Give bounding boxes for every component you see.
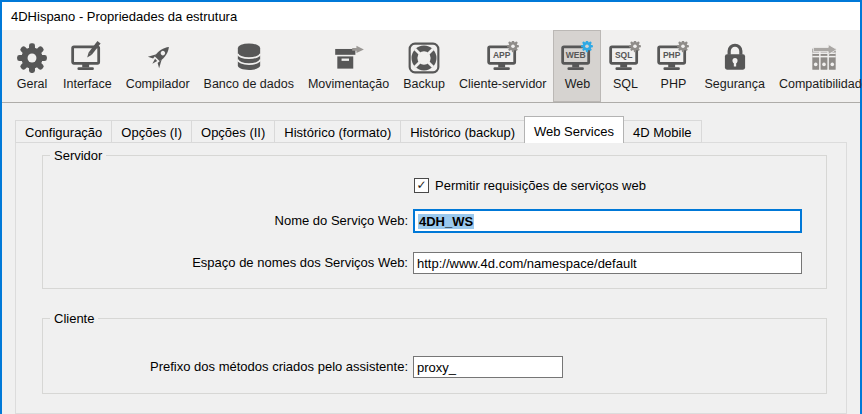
- monitor-pencil-icon: [70, 41, 104, 75]
- allow-web-service-requests-checkbox[interactable]: ✓: [414, 178, 429, 193]
- wizard-method-prefix-input[interactable]: proxy_: [413, 356, 563, 378]
- toolbar-item-banco-de-dados[interactable]: Banco de dados: [197, 30, 301, 102]
- toolbar-item-movimentacao[interactable]: Movimentação: [301, 30, 396, 102]
- toolbar-item-sql[interactable]: SQL SQL: [601, 30, 649, 102]
- input-text: proxy_: [417, 360, 456, 375]
- padlock-icon: [718, 41, 752, 75]
- client-groupbox-title: Cliente: [50, 311, 98, 326]
- toolbar-item-label: SQL: [613, 77, 638, 91]
- toolbar-item-backup[interactable]: Backup: [396, 30, 452, 102]
- toolbar-item-label: Compilador: [126, 77, 190, 91]
- web-service-name-input[interactable]: 4DH_WS: [413, 209, 802, 233]
- php-icon: PHP: [656, 41, 690, 75]
- tab-web-services[interactable]: Web Services: [524, 116, 624, 143]
- toolbar-item-web[interactable]: WEB Web: [553, 30, 601, 102]
- toolbar-item-interface[interactable]: Interface: [56, 30, 119, 102]
- tab-opcoes-1[interactable]: Opções (I): [111, 120, 192, 143]
- toolbar-item-label: PHP: [661, 77, 687, 91]
- database-icon: [232, 41, 266, 75]
- server-groupbox-title: Servidor: [50, 148, 106, 163]
- tab-historico-formato[interactable]: Histórico (formato): [274, 120, 401, 143]
- toolbar-item-label: Movimentação: [308, 77, 389, 91]
- sql-icon: SQL: [608, 41, 642, 75]
- svg-text:APP: APP: [493, 50, 511, 60]
- settings-tab-bar: Configuração Opções (I) Opções (II) Hist…: [15, 116, 701, 143]
- tab-opcoes-2[interactable]: Opções (II): [191, 120, 275, 143]
- toolbar-item-label: Interface: [63, 77, 112, 91]
- toolbar-item-label: Segurança: [704, 77, 764, 91]
- toolbar-item-label: Backup: [403, 77, 445, 91]
- svg-text:WEB: WEB: [566, 50, 586, 60]
- wizard-method-prefix-label: Prefixo dos métodos criados pelo assiste…: [42, 359, 408, 374]
- toolbar-item-cliente-servidor[interactable]: APP Cliente-servidor: [452, 30, 554, 102]
- toolbar-item-label: Banco de dados: [204, 77, 294, 91]
- toolbar-item-compatibilidade[interactable]: Compatibilidade: [772, 30, 862, 102]
- svg-text:PHP: PHP: [663, 50, 681, 60]
- input-text: http://www.4d.com/namespace/default: [417, 256, 637, 271]
- web-service-name-label: Nome do Serviço Web:: [42, 213, 408, 228]
- lifebuoy-icon: [407, 41, 441, 75]
- toolbar-item-label: Geral: [17, 77, 48, 91]
- web-services-namespace-label: Espaço de nomes dos Serviços Web:: [42, 255, 408, 270]
- gear-icon: [15, 41, 49, 75]
- selected-input-text: 4DH_WS: [418, 214, 474, 229]
- toolbar-item-label: Web: [565, 77, 590, 91]
- allow-web-service-requests-row: ✓ Permitir requisições de serviços web: [414, 178, 646, 193]
- rocket-icon: [141, 41, 175, 75]
- properties-toolbar: Geral Interface Compilador: [2, 30, 860, 103]
- window-title: 4DHispano - Propriedades da estrutura: [11, 9, 237, 24]
- binders-arrow-icon: [807, 41, 841, 75]
- toolbar-item-php[interactable]: PHP PHP: [649, 30, 697, 102]
- toolbar-item-label: Cliente-servidor: [459, 77, 547, 91]
- checkmark-icon: ✓: [416, 178, 426, 192]
- tab-4d-mobile[interactable]: 4D Mobile: [623, 120, 702, 143]
- archive-box-arrow-icon: [332, 41, 366, 75]
- toolbar-item-compilador[interactable]: Compilador: [119, 30, 197, 102]
- allow-web-service-requests-label[interactable]: Permitir requisições de serviços web: [435, 178, 646, 193]
- toolbar-item-label: Compatibilidade: [779, 77, 862, 91]
- web-services-namespace-input[interactable]: http://www.4d.com/namespace/default: [413, 252, 802, 274]
- tab-historico-backup[interactable]: Histórico (backup): [400, 120, 525, 143]
- toolbar-item-geral[interactable]: Geral: [8, 30, 56, 102]
- web-icon: WEB: [560, 41, 594, 75]
- toolbar-item-seguranca[interactable]: Segurança: [697, 30, 771, 102]
- client-server-app-icon: APP: [486, 41, 520, 75]
- tab-configuracao[interactable]: Configuração: [15, 120, 112, 143]
- svg-text:SQL: SQL: [615, 50, 632, 60]
- title-bar: 4DHispano - Propriedades da estrutura: [2, 2, 860, 30]
